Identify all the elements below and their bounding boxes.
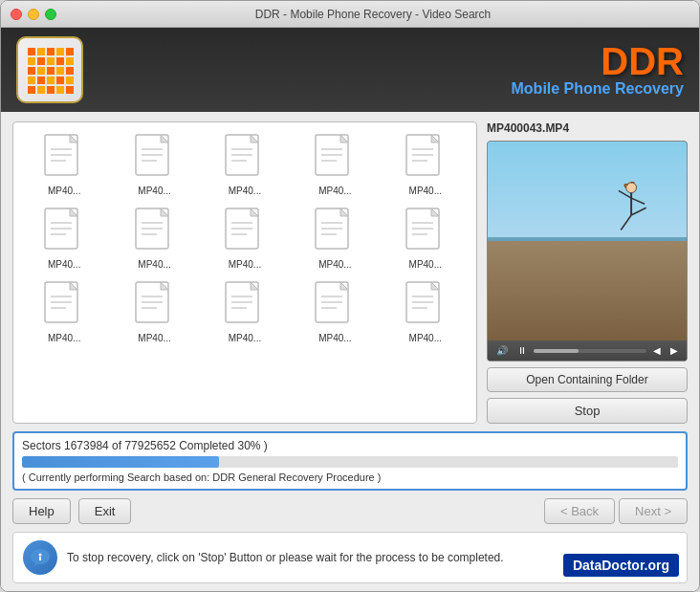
file-icon: [405, 134, 447, 184]
svg-line-105: [631, 208, 646, 215]
file-icon: [224, 134, 266, 184]
list-item[interactable]: MP40...: [292, 204, 378, 274]
video-progress-fill: [534, 349, 579, 353]
file-name: MP40...: [409, 186, 442, 196]
mosaic-icon: [26, 46, 74, 94]
file-name: MP40...: [409, 333, 442, 343]
stop-button[interactable]: Stop: [487, 398, 688, 424]
video-skip-forward-button[interactable]: ▶: [667, 344, 681, 357]
close-button[interactable]: [11, 9, 22, 20]
video-progress-bar[interactable]: [534, 349, 646, 353]
back-button[interactable]: < Back: [544, 498, 615, 524]
file-icon: [405, 208, 447, 257]
svg-rect-2: [47, 48, 55, 55]
video-volume-button[interactable]: 🔊: [493, 344, 511, 357]
list-item[interactable]: MP40...: [21, 277, 107, 347]
list-item[interactable]: MP40...: [21, 204, 107, 274]
bottom-button-row: Help Exit < Back Next >: [12, 498, 688, 524]
list-item[interactable]: MP40...: [202, 277, 288, 347]
list-item[interactable]: MP40...: [111, 277, 197, 347]
list-item[interactable]: MP40...: [21, 130, 107, 200]
file-icon: [405, 281, 447, 331]
file-icon: [43, 134, 85, 184]
svg-rect-21: [37, 86, 45, 94]
preview-filename: MP400043.MP4: [487, 121, 688, 135]
file-name: MP40...: [138, 259, 170, 270]
video-play-button[interactable]: ⏸: [514, 344, 530, 357]
list-item[interactable]: MP40...: [292, 130, 378, 200]
list-item[interactable]: MP40...: [202, 130, 288, 200]
brand-subtitle: Mobile Phone Recovery: [512, 80, 685, 98]
svg-rect-13: [56, 67, 64, 75]
progress-bar-track: [22, 456, 678, 468]
file-icon: [314, 134, 356, 184]
minimize-button[interactable]: [28, 9, 39, 20]
file-grid: MP40... MP40...: [21, 130, 469, 347]
file-name: MP40...: [409, 259, 442, 270]
file-name: MP40...: [229, 186, 261, 196]
file-name: MP40...: [229, 333, 261, 343]
list-item[interactable]: MP40...: [111, 130, 197, 200]
progress-bar-fill: [22, 456, 219, 468]
video-frame: [488, 142, 687, 340]
file-name: MP40...: [318, 186, 351, 196]
preview-video: 🔊 ⏸ ◀ ▶: [487, 141, 688, 362]
list-item[interactable]: MP40...: [292, 277, 378, 347]
traffic-lights: [11, 9, 56, 20]
app-window: DDR - Mobile Phone Recovery - Video Sear…: [0, 0, 700, 592]
list-item[interactable]: MP40...: [383, 277, 469, 347]
svg-rect-22: [47, 86, 55, 94]
file-name: MP40...: [48, 259, 80, 270]
file-icon: [314, 208, 356, 257]
speech-bubble-icon: [30, 547, 51, 568]
svg-rect-1: [37, 48, 45, 55]
file-icon: [134, 208, 176, 257]
dancer-figure: [610, 182, 653, 249]
file-name: MP40...: [318, 259, 351, 270]
app-header: DDR Mobile Phone Recovery: [1, 28, 699, 112]
svg-rect-8: [56, 57, 64, 65]
maximize-button[interactable]: [45, 9, 56, 20]
svg-marker-107: [33, 562, 41, 566]
svg-line-103: [631, 198, 645, 204]
svg-rect-5: [28, 57, 35, 65]
file-icon: [314, 281, 356, 331]
window-title: DDR - Mobile Phone Recovery - Video Sear…: [56, 8, 689, 21]
svg-rect-10: [28, 67, 35, 75]
info-icon: [23, 540, 57, 575]
progress-section: Sectors 1673984 of 77925652 Completed 30…: [12, 431, 688, 491]
list-item[interactable]: MP40...: [383, 204, 469, 274]
list-item[interactable]: MP40...: [383, 130, 469, 200]
svg-rect-12: [47, 67, 55, 75]
help-button[interactable]: Help: [12, 498, 71, 524]
svg-rect-17: [47, 77, 55, 84]
exit-button[interactable]: Exit: [78, 498, 132, 524]
file-icon: [43, 208, 85, 257]
list-item[interactable]: MP40...: [111, 204, 197, 274]
file-name: MP40...: [48, 186, 80, 196]
file-icon: [224, 208, 266, 257]
top-section: MP40... MP40...: [12, 121, 688, 424]
title-bar: DDR - Mobile Phone Recovery - Video Sear…: [1, 1, 699, 28]
file-icon: [134, 134, 176, 184]
svg-rect-7: [47, 57, 55, 65]
list-item[interactable]: MP40...: [202, 204, 288, 274]
svg-rect-3: [56, 48, 64, 55]
open-folder-button[interactable]: Open Containing Folder: [487, 367, 688, 392]
svg-rect-14: [66, 67, 74, 75]
svg-rect-6: [37, 57, 45, 65]
video-skip-back-button[interactable]: ◀: [650, 344, 664, 357]
datadoctor-badge: DataDoctor.org: [563, 554, 679, 577]
svg-point-108: [39, 554, 42, 557]
svg-rect-0: [28, 48, 35, 55]
file-icon: [224, 281, 266, 331]
beach-sky: [488, 142, 687, 251]
svg-rect-4: [66, 48, 74, 55]
logo-icon: [16, 36, 83, 103]
svg-rect-9: [66, 57, 74, 65]
svg-rect-18: [56, 77, 64, 84]
next-button[interactable]: Next >: [619, 498, 688, 524]
file-name: MP40...: [138, 333, 170, 343]
video-controls: 🔊 ⏸ ◀ ▶: [488, 340, 687, 361]
file-grid-container[interactable]: MP40... MP40...: [12, 121, 477, 424]
